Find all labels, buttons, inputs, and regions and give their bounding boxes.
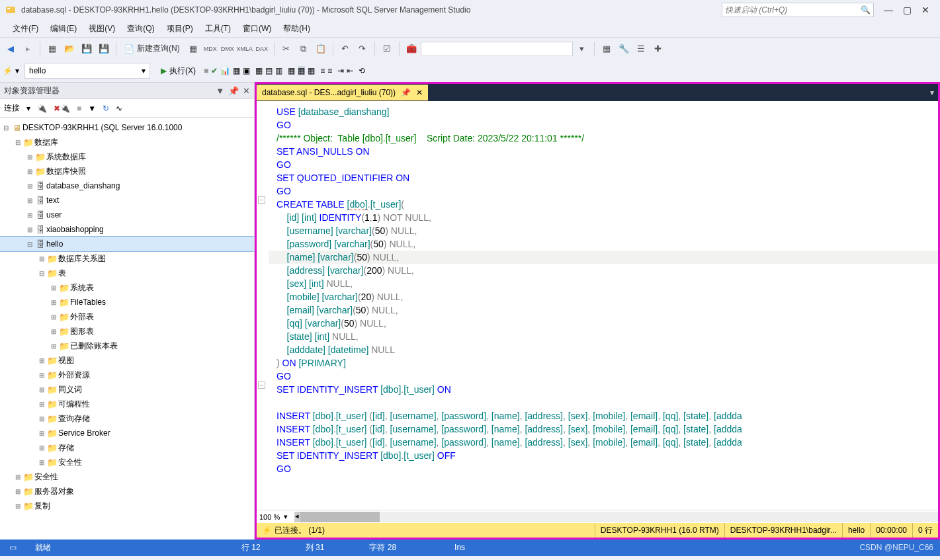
menu-help[interactable]: 帮助(H) (277, 20, 316, 37)
grid3-icon[interactable]: ▦ (298, 66, 305, 75)
diagrams-node[interactable]: 数据库关系图 (58, 253, 106, 264)
maximize-button[interactable]: ▢ (898, 5, 916, 15)
menu-window[interactable]: 窗口(W) (237, 20, 277, 37)
filetables-node[interactable]: FileTables (70, 298, 106, 307)
filter-icon[interactable]: ▼ (88, 104, 96, 113)
uncomment-icon[interactable]: ≡ (327, 66, 332, 75)
checkbox-icon[interactable]: ☑ (379, 41, 395, 57)
ledgertables-node[interactable]: 已删除账本表 (70, 340, 118, 352)
wrench-icon[interactable]: 🔧 (616, 41, 632, 57)
menu-project[interactable]: 项目(P) (161, 20, 199, 37)
dropdown-icon[interactable]: ▼ (216, 86, 224, 96)
minimize-button[interactable]: — (879, 5, 898, 15)
plan-icon[interactable]: 📊 (220, 66, 230, 75)
dbsnap-node[interactable]: 数据库快照 (46, 166, 86, 177)
security2-node[interactable]: 安全性 (34, 471, 58, 483)
menu-view[interactable]: 视图(V) (83, 20, 121, 37)
serverobjects-node[interactable]: 服务器对象 (34, 486, 74, 497)
menu-edit[interactable]: 编辑(E) (44, 20, 83, 37)
parse2-icon[interactable]: ✔ (211, 66, 218, 75)
active-tab[interactable]: database.sql - DES...adgirl_liuliu (70))… (257, 85, 428, 100)
menu-file[interactable]: 文件(F) (7, 20, 44, 37)
list-icon[interactable]: ☰ (633, 41, 649, 57)
indent-icon[interactable]: ⇥ (337, 66, 344, 75)
plug-x-icon[interactable]: ✖🔌 (54, 104, 70, 113)
db-node[interactable]: text (46, 196, 59, 205)
database-selector[interactable]: hello▾ (24, 63, 150, 79)
close-panel-icon[interactable]: ✕ (243, 86, 250, 96)
db-node[interactable]: xiaobaishopping (46, 225, 104, 234)
plug-icon[interactable]: 🔌 (37, 104, 47, 113)
dmx-icon[interactable]: DMX (220, 41, 235, 57)
text-icon[interactable]: ▤ (265, 66, 273, 75)
object-explorer-tree[interactable]: ⊟🖥DESKTOP-93KRHH1 (SQL Server 16.0.1000 … (0, 118, 254, 540)
close-button[interactable]: ✕ (916, 5, 935, 15)
grid2-icon[interactable]: ▦ (288, 66, 295, 75)
tab-pin-icon[interactable]: 📌 (401, 88, 411, 97)
refresh-icon[interactable]: ↻ (103, 104, 109, 113)
new-icon[interactable]: ▦ (44, 41, 60, 57)
storage-node[interactable]: 存储 (58, 442, 74, 454)
zoom-level[interactable]: 100 % (259, 513, 280, 521)
tool-icon[interactable]: ▦ (185, 41, 201, 57)
undo-icon[interactable]: ↶ (337, 41, 353, 57)
copy-icon[interactable]: ⧉ (296, 41, 312, 57)
stop-icon[interactable]: ■ (204, 66, 208, 75)
pulse-icon[interactable]: ∿ (116, 104, 122, 113)
paste-icon[interactable]: 📋 (313, 41, 329, 57)
redo-icon[interactable]: ↷ (355, 41, 370, 57)
systables-node[interactable]: 系统表 (70, 282, 94, 294)
menu-tools[interactable]: 工具(T) (199, 20, 237, 37)
pin-icon[interactable]: 📌 (228, 86, 239, 96)
quick-launch[interactable]: 🔍 (722, 3, 874, 17)
tables-node[interactable]: 表 (58, 268, 66, 279)
db-node[interactable]: user (46, 210, 62, 220)
querystore-node[interactable]: 查询存储 (58, 413, 90, 424)
nav-fwd-icon[interactable]: ▸ (20, 41, 36, 57)
synonyms-node[interactable]: 同义词 (58, 384, 82, 395)
toolbox-icon[interactable]: 🧰 (404, 41, 419, 57)
programmability-node[interactable]: 可编程性 (58, 399, 90, 410)
sql-editor[interactable]: − − USE [database_dianshang] GO /****** … (257, 101, 938, 510)
comment-icon[interactable]: ≡ (320, 66, 325, 75)
sysdb-node[interactable]: 系统数据库 (46, 151, 86, 163)
extres-node[interactable]: 外部资源 (58, 370, 90, 381)
db-hello-node[interactable]: hello (46, 239, 63, 249)
parse-icon[interactable]: ⚡ (3, 66, 13, 75)
xmla-icon[interactable]: XMLA (237, 41, 253, 57)
specify-icon[interactable]: ⟲ (359, 66, 365, 75)
registered-icon[interactable]: ▦ (599, 41, 615, 57)
views-node[interactable]: 视图 (58, 355, 74, 366)
replication-node[interactable]: 复制 (34, 500, 50, 512)
results-icon[interactable]: ▣ (243, 66, 250, 75)
unindent-icon[interactable]: ⇤ (347, 66, 353, 75)
plus-icon[interactable]: ✚ (650, 41, 666, 57)
nav-back-icon[interactable]: ◀ (3, 41, 19, 57)
new-query-button[interactable]: 📄新建查询(N) (120, 43, 184, 54)
stats-icon[interactable]: ▦ (308, 66, 315, 75)
save-icon[interactable]: 💾 (79, 41, 95, 57)
file-icon[interactable]: ▥ (275, 66, 282, 75)
stop2-icon[interactable]: ■ (77, 104, 81, 113)
execute-button[interactable]: ▶执行(X) (155, 63, 201, 79)
db-node[interactable]: database_dianshang (46, 181, 120, 190)
security-node[interactable]: 安全性 (58, 457, 82, 468)
fold-icon[interactable]: − (258, 196, 265, 204)
databases-node[interactable]: 数据库 (34, 137, 58, 148)
dax-icon[interactable]: DAX (254, 41, 270, 57)
exttables-node[interactable]: 外部表 (70, 311, 94, 323)
servicebroker-node[interactable]: Service Broker (58, 428, 110, 438)
grid-icon[interactable]: ▦ (255, 66, 263, 75)
cut-icon[interactable]: ✂ (278, 41, 294, 57)
fold-icon[interactable]: − (258, 381, 265, 389)
tab-overflow-icon[interactable]: ▾ (926, 88, 938, 97)
mdx-icon[interactable]: MDX (202, 41, 218, 57)
open-icon[interactable]: 📂 (62, 41, 77, 57)
connect-label[interactable]: 连接 (4, 102, 20, 114)
save-all-icon[interactable]: 💾 (96, 41, 112, 57)
graphtables-node[interactable]: 图形表 (70, 326, 94, 337)
menu-query[interactable]: 查询(Q) (121, 20, 160, 37)
options-icon[interactable]: ▦ (233, 66, 240, 75)
server-node[interactable]: DESKTOP-93KRHH1 (SQL Server 16.0.1000 (22, 123, 182, 132)
tab-close-icon[interactable]: ✕ (416, 88, 423, 97)
